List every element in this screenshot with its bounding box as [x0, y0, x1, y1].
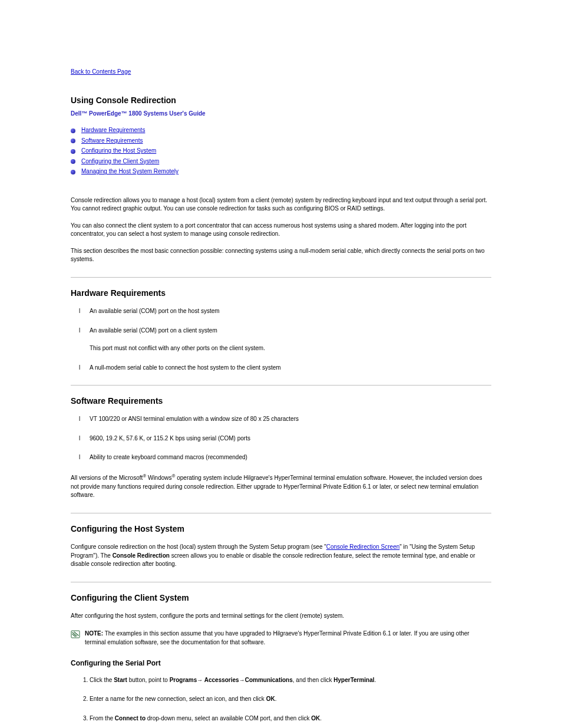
console-redirection-screen-link[interactable]: Console Redirection Screen — [326, 543, 400, 550]
software-requirements-heading: Software Requirements — [71, 395, 491, 407]
toc-hardware-requirements[interactable]: Hardware Requirements — [81, 126, 145, 135]
product-subtitle: Dell™ PowerEdge™ 1800 Systems User's Gui… — [71, 110, 491, 118]
note-text: NOTE: The examples in this section assum… — [85, 630, 491, 647]
step-item: Enter a name for the new connection, sel… — [90, 695, 491, 704]
sw-item: VT 100/220 or ANSI terminal emulation wi… — [90, 416, 299, 422]
configuring-host-heading: Configuring the Host System — [71, 523, 491, 535]
back-to-contents-link[interactable]: Back to Contents Page — [71, 68, 131, 77]
step-item: Click the Start button, point to Program… — [90, 676, 491, 685]
hw-item: An available serial (COM) port on a clie… — [90, 327, 217, 334]
sw-paragraph: All versions of the Microsoft® Windows® … — [71, 473, 491, 500]
intro-paragraph: You can also connect the client system t… — [71, 222, 491, 239]
hw-item: An available serial (COM) port on the ho… — [90, 308, 220, 314]
hardware-requirements-heading: Hardware Requirements — [71, 287, 491, 299]
page-title: Using Console Redirection — [71, 94, 491, 106]
note-icon — [71, 630, 80, 641]
intro-paragraph: This section describes the most basic co… — [71, 247, 491, 264]
arrow-right-icon: → — [197, 677, 203, 683]
bullet-icon — [71, 129, 75, 133]
divider — [71, 513, 491, 513]
divider — [71, 385, 491, 386]
sw-item: Ability to create keyboard command macro… — [90, 454, 247, 460]
step-item: From the Connect to drop-down menu, sele… — [90, 714, 491, 728]
toc-software-requirements[interactable]: Software Requirements — [81, 137, 143, 146]
host-paragraph: Configure console redirection on the hos… — [71, 543, 491, 569]
divider — [71, 277, 491, 278]
bullet-icon — [71, 159, 75, 164]
bullet-icon — [71, 149, 75, 154]
note-block: NOTE: The examples in this section assum… — [71, 630, 491, 647]
hw-item-note: This port must not conflict with any oth… — [90, 344, 491, 353]
configuring-serial-port-heading: Configuring the Serial Port — [71, 658, 491, 668]
toc-configuring-client[interactable]: Configuring the Client System — [81, 157, 159, 166]
arrow-right-icon: → — [239, 677, 245, 683]
intro-paragraph: Console redirection allows you to manage… — [71, 196, 491, 213]
client-intro: After configuring the host system, confi… — [71, 612, 491, 621]
sw-item: 9600, 19.2 K, 57.6 K, or 115.2 K bps usi… — [90, 435, 250, 442]
hw-item: A null-modem serial cable to connect the… — [90, 364, 281, 371]
steps-list: Click the Start button, point to Program… — [71, 676, 491, 728]
divider — [71, 582, 491, 582]
toc-configuring-host[interactable]: Configuring the Host System — [81, 147, 156, 156]
toc-managing-remotely[interactable]: Managing the Host System Remotely — [81, 167, 178, 176]
configuring-client-heading: Configuring the Client System — [71, 592, 491, 604]
bullet-icon — [71, 139, 75, 143]
table-of-contents: Hardware Requirements Software Requireme… — [71, 126, 491, 176]
bullet-icon — [71, 170, 75, 174]
